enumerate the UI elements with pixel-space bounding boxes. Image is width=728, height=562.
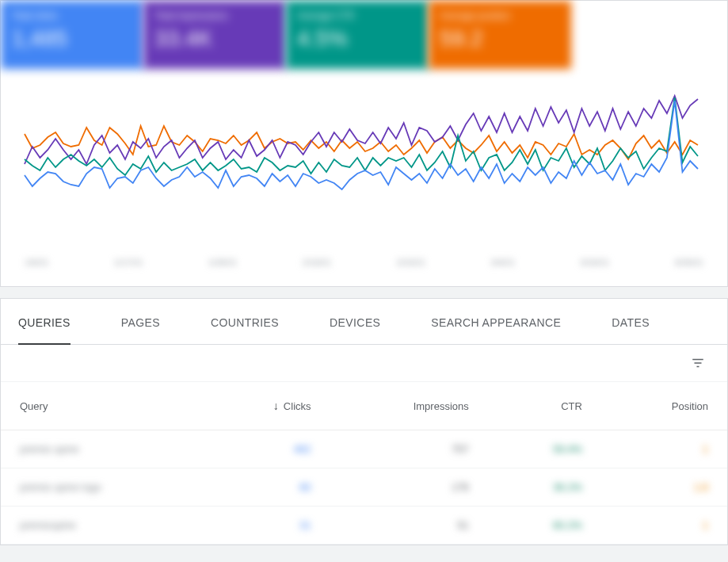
table-row[interactable]: premiospine315160.2%1: [1, 507, 727, 545]
cell-impressions: 757: [452, 443, 469, 455]
cell-clicks: 482: [294, 443, 311, 455]
tile-label: Average position: [440, 10, 560, 21]
cell-query: premiospine: [20, 519, 76, 531]
cell-clicks: 31: [299, 519, 311, 531]
x-tick: 1/17/21: [114, 258, 143, 267]
series-ctr: [25, 97, 698, 175]
cell-impressions: 51: [457, 519, 468, 531]
metric-tiles-row: Total clicks 1,485 Total impressions 33.…: [1, 1, 727, 69]
x-tick: 1/28/21: [208, 258, 238, 267]
tile-value: 1,485: [12, 26, 132, 52]
x-tick: 1/6/21: [25, 258, 49, 267]
performance-card: Total clicks 1,485 Total impressions 33.…: [0, 0, 728, 287]
dimension-tabs: QUERIESPAGESCOUNTRIESDEVICESSEARCH APPEA…: [1, 299, 727, 345]
tab-search-appearance[interactable]: SEARCH APPEARANCE: [431, 299, 561, 344]
tile-ctr[interactable]: Average CTR 4.5%: [286, 1, 429, 69]
x-tick: 2/10/21: [303, 258, 332, 267]
x-tick: 3/28/21: [674, 258, 703, 267]
x-tick: 3/18/21: [580, 258, 609, 267]
timeseries-chart[interactable]: [1, 69, 727, 251]
table-row[interactable]: premio spine48275759.4%1: [1, 430, 727, 468]
tile-value: 59.2: [440, 26, 560, 52]
tile-label: Total impressions: [154, 10, 275, 21]
tile-position[interactable]: Average position 59.2: [429, 1, 571, 69]
cell-position: 1: [703, 519, 708, 531]
tab-countries[interactable]: COUNTRIES: [211, 299, 279, 344]
tab-pages[interactable]: PAGES: [121, 299, 160, 344]
tile-clicks[interactable]: Total clicks 1,485: [1, 1, 143, 69]
cell-ctr: 36.2%: [553, 481, 582, 493]
tile-value: 33.4K: [154, 26, 275, 52]
cell-query: premio spine logo: [20, 481, 101, 493]
table-row[interactable]: premio spine logo6017636.2%1.8: [1, 468, 727, 507]
col-query[interactable]: Query: [1, 382, 202, 430]
cell-position: 1.8: [694, 481, 708, 493]
series-position: [25, 126, 698, 159]
cell-impressions: 176: [452, 481, 469, 493]
tile-label: Average CTR: [297, 10, 417, 21]
tile-value: 4.5%: [297, 26, 417, 52]
tab-queries[interactable]: QUERIES: [18, 299, 71, 345]
cell-ctr: 60.2%: [553, 519, 582, 531]
cell-position: 1: [703, 443, 708, 455]
cell-clicks: 60: [299, 481, 311, 493]
tile-label: Total clicks: [12, 10, 132, 21]
tile-impressions[interactable]: Total impressions 33.4K: [143, 1, 286, 69]
sort-indicator-icon: ↓: [273, 400, 279, 412]
filter-icon[interactable]: [691, 356, 705, 370]
col-clicks[interactable]: ↓ Clicks: [202, 382, 330, 430]
cell-ctr: 59.4%: [553, 443, 582, 455]
col-impressions[interactable]: Impressions: [330, 382, 488, 430]
tab-dates[interactable]: DATES: [612, 299, 650, 344]
col-ctr[interactable]: CTR: [488, 382, 601, 430]
dimension-card: QUERIESPAGESCOUNTRIESDEVICESSEARCH APPEA…: [0, 298, 728, 545]
x-tick: 2/23/21: [397, 258, 426, 267]
chart-x-axis: 1/6/211/17/211/28/212/10/212/23/213/4/21…: [1, 251, 727, 286]
col-position[interactable]: Position: [601, 382, 727, 430]
tab-devices[interactable]: DEVICES: [330, 299, 380, 344]
query-table: Query ↓ Clicks Impressions CTR Position …: [1, 382, 727, 545]
cell-query: premio spine: [20, 443, 78, 455]
x-tick: 3/4/21: [491, 258, 516, 267]
